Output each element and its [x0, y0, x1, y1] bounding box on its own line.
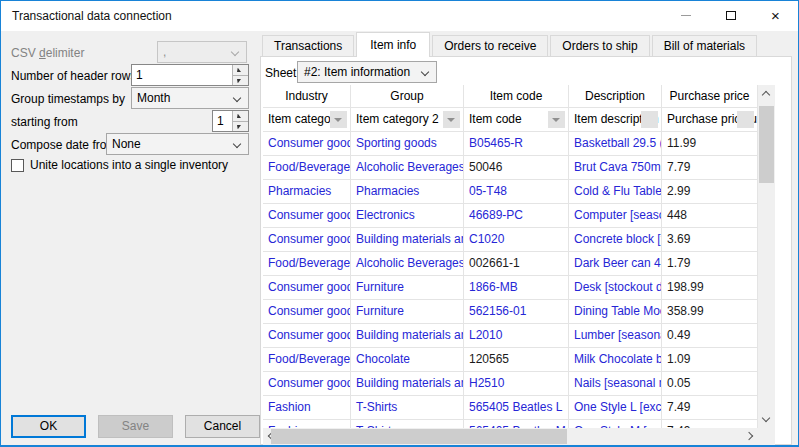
- scroll-down-icon[interactable]: [762, 414, 770, 422]
- horizontal-scrollbar-thumb[interactable]: [271, 429, 567, 444]
- tab-bill-of-materials[interactable]: Bill of materials: [652, 35, 757, 57]
- tab-transactions[interactable]: Transactions: [262, 35, 354, 57]
- table-filter-row: Item categoryItem category 2Item codeIte…: [263, 108, 758, 132]
- maximize-icon: [726, 11, 736, 20]
- header-rows-spinner[interactable]: [232, 65, 248, 85]
- table-header-row: IndustryGroupItem codeDescriptionPurchas…: [263, 85, 758, 108]
- filter-dropdown-button[interactable]: [443, 111, 460, 128]
- cancel-button[interactable]: Cancel: [185, 415, 260, 438]
- filter-dropdown-button[interactable]: [330, 111, 347, 128]
- vertical-scrollbar-thumb[interactable]: [759, 106, 774, 183]
- column-header[interactable]: Purchase price: [662, 85, 758, 108]
- filter-label: Item category 2: [356, 112, 439, 126]
- table-row[interactable]: Consumer goodsFurniture1866-MBDesk [stoc…: [263, 276, 758, 300]
- table-cell: Computer [seaso: [569, 204, 662, 228]
- column-header[interactable]: Description: [569, 85, 662, 108]
- sheet-value: #2: Item information: [304, 65, 410, 79]
- table-row[interactable]: Food/BeveragesAlcoholic Beverages002661-…: [263, 252, 758, 276]
- column-header[interactable]: Group: [351, 85, 464, 108]
- close-button[interactable]: ×: [753, 1, 798, 30]
- table-cell: 3.69: [662, 228, 758, 252]
- spin-down-button[interactable]: [232, 121, 248, 132]
- table-cell: L2010: [464, 324, 569, 348]
- table-cell: T-Shirts: [351, 396, 464, 420]
- filter-cell: Item category 2: [351, 108, 464, 132]
- header-rows-input[interactable]: 1: [131, 64, 249, 86]
- table-cell: Cold & Flu Tablet: [569, 180, 662, 204]
- table-cell: Building materials and eq: [351, 228, 464, 252]
- table-cell: Nails [seasonal m: [569, 372, 662, 396]
- unite-locations-checkbox-row[interactable]: Unite locations into a single inventory: [11, 158, 228, 172]
- sheet-combo[interactable]: #2: Item information: [297, 61, 437, 83]
- group-timestamps-value: Month: [137, 91, 170, 105]
- tab-orders-to-ship[interactable]: Orders to ship: [550, 35, 649, 57]
- table-row[interactable]: Consumer goodsFurniture562156-01Dining T…: [263, 300, 758, 324]
- group-timestamps-combo[interactable]: Month: [131, 87, 249, 109]
- table-cell: Electronics: [351, 204, 464, 228]
- filter-dropdown-button[interactable]: [641, 111, 658, 128]
- table-cell: Lumber [seasona: [569, 324, 662, 348]
- table-row[interactable]: Consumer goodsSporting goodsB05465-RBask…: [263, 132, 758, 156]
- vertical-scrollbar[interactable]: [758, 85, 775, 428]
- triangle-up-icon: [237, 68, 241, 72]
- table-row[interactable]: Food/BeveragesAlcoholic Beverages50046Br…: [263, 156, 758, 180]
- table-cell: Consumer goods: [263, 132, 351, 156]
- table-row[interactable]: Consumer goodsBuilding materials and eqH…: [263, 372, 758, 396]
- csv-delimiter-combo: ,: [157, 41, 247, 63]
- spin-down-button[interactable]: [232, 75, 248, 86]
- chevron-down-icon: [233, 94, 241, 102]
- spin-up-button[interactable]: [232, 111, 248, 121]
- sheet-label: Sheet: [265, 66, 296, 80]
- close-icon: ×: [771, 8, 780, 23]
- table-row[interactable]: PharmaciesPharmacies05-T48Cold & Flu Tab…: [263, 180, 758, 204]
- table-cell: Building materials and eq: [351, 324, 464, 348]
- filter-dropdown-button[interactable]: [548, 111, 565, 128]
- table-cell: Furniture: [351, 300, 464, 324]
- unite-locations-checkbox[interactable]: [11, 159, 24, 172]
- table-cell: 002661-1: [464, 252, 569, 276]
- horizontal-scrollbar[interactable]: [263, 428, 758, 445]
- filter-cell: Item code: [464, 108, 569, 132]
- table-row[interactable]: Food/BeveragesChocolate120565Milk Chocol…: [263, 348, 758, 372]
- table-cell: Sporting goods: [351, 132, 464, 156]
- table-row[interactable]: FashionT-Shirts565405 Beatles MOne Style…: [263, 420, 758, 428]
- column-header[interactable]: Industry: [263, 85, 351, 108]
- filter-dropdown-button[interactable]: [737, 111, 754, 128]
- tab-strip: TransactionsItem infoOrders to receiveOr…: [262, 32, 759, 57]
- starting-from-spinner[interactable]: [232, 111, 248, 131]
- chevron-down-icon: [334, 118, 342, 122]
- filter-cell: Purchase price/un: [662, 108, 758, 132]
- tab-orders-to-receive[interactable]: Orders to receive: [432, 35, 548, 57]
- table-cell: 565405 Beatles L: [464, 396, 569, 420]
- table-cell: 0.05: [662, 372, 758, 396]
- table-cell: C1020: [464, 228, 569, 252]
- scroll-up-icon[interactable]: [762, 91, 770, 99]
- table-cell: Building materials and eq: [351, 372, 464, 396]
- table-cell: Basketball 29.5 (si: [569, 132, 662, 156]
- table-cell: Chocolate: [351, 348, 464, 372]
- column-header[interactable]: Item code: [464, 85, 569, 108]
- table-cell: T-Shirts: [351, 420, 464, 428]
- table-row[interactable]: Consumer goodsBuilding materials and eqC…: [263, 228, 758, 252]
- csv-delimiter-value: ,: [163, 45, 166, 59]
- tab-item-info[interactable]: Item info: [356, 32, 430, 57]
- table-cell: Dining Table Moc: [569, 300, 662, 324]
- table-row[interactable]: Consumer goodsElectronics46689-PCCompute…: [263, 204, 758, 228]
- starting-from-input[interactable]: 1: [212, 110, 249, 132]
- title-bar[interactable]: Transactional data connection ×: [1, 1, 798, 31]
- table-cell: Fashion: [263, 420, 351, 428]
- maximize-button[interactable]: [708, 1, 753, 30]
- minimize-button: [663, 1, 708, 30]
- filter-cell: Item category: [263, 108, 351, 132]
- spin-up-button[interactable]: [232, 65, 248, 75]
- table-row[interactable]: Consumer goodsBuilding materials and eqL…: [263, 324, 758, 348]
- table-cell: 2.99: [662, 180, 758, 204]
- compose-date-combo[interactable]: None: [106, 133, 249, 155]
- triangle-down-icon: [237, 79, 241, 83]
- minimize-icon: [681, 15, 691, 16]
- ok-button[interactable]: OK: [11, 415, 86, 438]
- table-row[interactable]: FashionT-Shirts565405 Beatles LOne Style…: [263, 396, 758, 420]
- filter-cell: Item description: [569, 108, 662, 132]
- scroll-right-icon[interactable]: [745, 432, 753, 440]
- table-cell: Furniture: [351, 276, 464, 300]
